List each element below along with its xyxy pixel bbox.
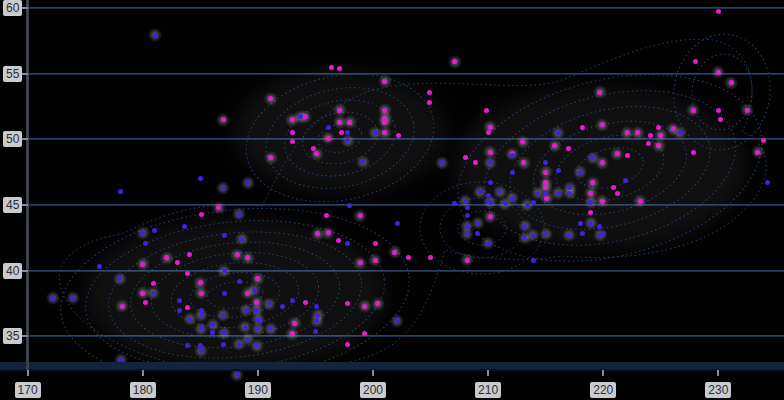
scatter-point xyxy=(254,308,259,313)
scatter-point xyxy=(531,258,536,263)
scatter-point xyxy=(199,313,204,318)
scatter-point xyxy=(326,230,331,235)
x-axis-tick-label: 190 xyxy=(245,382,271,398)
scatter-point xyxy=(237,279,242,284)
scatter-point xyxy=(239,237,244,242)
scatter-point xyxy=(198,343,203,348)
scatter-point xyxy=(427,90,432,95)
scatter-point xyxy=(221,313,226,318)
scatter-point xyxy=(140,262,145,267)
scatter-point xyxy=(382,108,387,113)
plot-area: 605550454035170180190200210220230 xyxy=(0,0,784,400)
scatter-point xyxy=(337,66,342,71)
scatter-point xyxy=(600,199,605,204)
scatter-point xyxy=(486,241,491,246)
y-axis-tick-label: 35 xyxy=(3,328,22,344)
y-tick-mark xyxy=(22,270,28,272)
x-axis-tick-label: 180 xyxy=(130,382,156,398)
x-tick-mark xyxy=(27,370,29,376)
scatter-point xyxy=(463,155,468,160)
scatter-point xyxy=(638,199,643,204)
scatter-point xyxy=(120,304,125,309)
scatter-point xyxy=(222,330,227,335)
scatter-point xyxy=(535,191,540,196)
scatter-point xyxy=(313,329,318,334)
scatter-point xyxy=(199,308,204,313)
scatter-point xyxy=(463,199,468,204)
y-tick-mark xyxy=(22,204,28,206)
scatter-point xyxy=(486,130,491,135)
scatter-point xyxy=(199,326,204,331)
scatter-point xyxy=(326,136,331,141)
scatter-point xyxy=(510,196,515,201)
y-axis-tick-label: 55 xyxy=(3,66,22,82)
scatter-point xyxy=(486,199,491,204)
scatter-point xyxy=(543,170,548,175)
scatter-point xyxy=(600,122,605,127)
scatter-point xyxy=(222,291,227,296)
x-axis-tick-label: 210 xyxy=(475,382,501,398)
scatter-point xyxy=(597,90,602,95)
scatter-point xyxy=(237,212,242,217)
scatter-point xyxy=(244,308,249,313)
scatter-point xyxy=(656,125,661,130)
x-tick-mark xyxy=(602,370,604,376)
scatter-point xyxy=(267,301,272,306)
scatter-point xyxy=(245,337,250,342)
scatter-point xyxy=(531,233,536,238)
y-axis-tick-label: 50 xyxy=(3,131,22,147)
scatter-point xyxy=(198,280,203,285)
scatter-point xyxy=(382,120,387,125)
scatter-point xyxy=(243,325,248,330)
scatter-point xyxy=(510,153,515,158)
scatter-point xyxy=(252,288,257,293)
scatter-point xyxy=(556,191,561,196)
scatter-point xyxy=(373,241,378,246)
x-axis-spine xyxy=(0,362,784,371)
scatter-point xyxy=(478,189,483,194)
scatter-point xyxy=(510,170,515,175)
scatter-point xyxy=(691,150,696,155)
scatter-point xyxy=(345,241,350,246)
scatter-point xyxy=(314,304,319,309)
scatter-point xyxy=(597,224,602,229)
scatter-point xyxy=(396,133,401,138)
scatter-point xyxy=(588,191,593,196)
x-tick-mark xyxy=(142,370,144,376)
x-tick-mark xyxy=(717,370,719,376)
scatter-point xyxy=(580,125,585,130)
scatter-point xyxy=(588,200,593,205)
scatter-point xyxy=(221,117,226,122)
scatter-point xyxy=(488,125,493,130)
scatter-point xyxy=(329,65,334,70)
scatter-point xyxy=(566,233,571,238)
scatter-point xyxy=(153,33,158,38)
scatter-point xyxy=(345,342,350,347)
y-tick-mark xyxy=(22,73,28,75)
scatter-point xyxy=(152,228,157,233)
scatter-point xyxy=(691,108,696,113)
y-tick-mark xyxy=(22,335,28,337)
scatter-point xyxy=(716,70,721,75)
scatter-point xyxy=(337,108,342,113)
scatter-point xyxy=(755,150,760,155)
scatter-point xyxy=(588,221,593,226)
scatter-point xyxy=(395,318,400,323)
scatter-point xyxy=(578,221,583,226)
x-axis-tick-label: 220 xyxy=(590,382,616,398)
scatter-point xyxy=(373,258,378,263)
scatter-point xyxy=(143,300,148,305)
y-tick-mark xyxy=(22,7,28,9)
scatter-point xyxy=(465,224,470,229)
x-tick-mark xyxy=(487,370,489,376)
scatter-point xyxy=(543,191,548,196)
scatter-point xyxy=(382,79,387,84)
scatter-point xyxy=(761,138,766,143)
scatter-point xyxy=(358,213,363,218)
scatter-point xyxy=(182,224,187,229)
density-contour-lines xyxy=(0,0,784,400)
scatter-point xyxy=(336,238,341,243)
scatter-point xyxy=(465,258,470,263)
y-axis-spine xyxy=(26,0,29,370)
scatter-point xyxy=(199,212,204,217)
